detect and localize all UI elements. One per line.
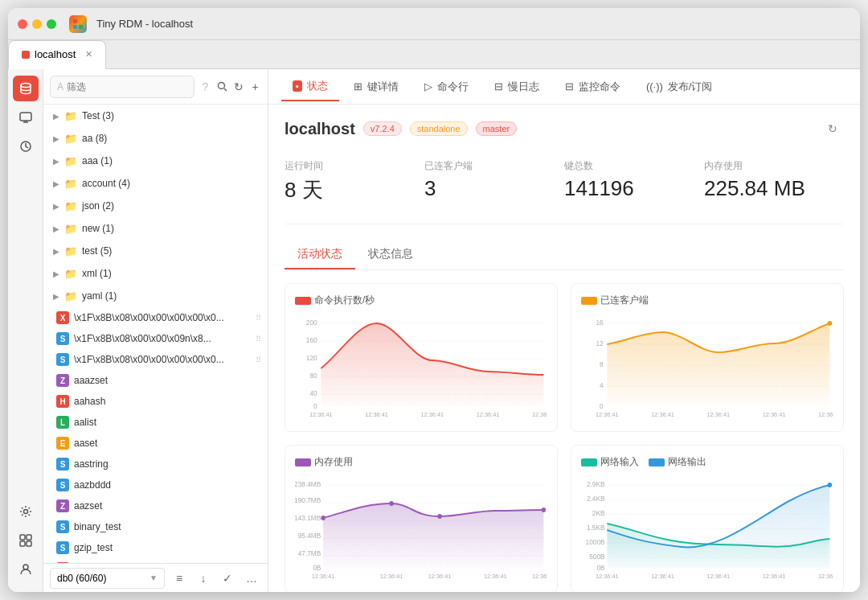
folder-item[interactable]: ▶ 📁 yaml (1) <box>43 285 268 307</box>
refresh-button[interactable]: ↻ <box>233 77 245 97</box>
svg-rect-11 <box>27 535 31 540</box>
app-window: Tiny RDM - localhost localhost ✕ <box>8 8 860 592</box>
command-tab-icon: ▷ <box>424 80 432 92</box>
key-item[interactable]: X \x1F\x8B\x08\x00\x00\x00\x00\x0... ⠿ <box>43 307 268 328</box>
legend-cmd-color <box>295 297 311 305</box>
db-selector-label: db0 (60/60) <box>57 573 106 584</box>
legend-netout-label: 网络输出 <box>668 455 706 469</box>
search-button[interactable] <box>216 77 228 97</box>
refresh-stats-button[interactable]: ↻ <box>821 117 844 140</box>
folder-icon: 📁 <box>64 268 77 280</box>
svg-text:1.5KB: 1.5KB <box>587 524 605 532</box>
svg-text:0: 0 <box>313 402 317 410</box>
tab-command[interactable]: ▷ 命令行 <box>413 72 480 101</box>
key-item[interactable]: Z aaazset <box>43 370 268 391</box>
minimize-button[interactable] <box>32 19 42 29</box>
key-item[interactable]: S \x1F\x8B\x08\x00\x00\x09n\x8... ⠿ <box>43 328 268 349</box>
folder-item[interactable]: ▶ 📁 xml (1) <box>43 262 268 285</box>
folder-item[interactable]: ▶ 📁 Test (3) <box>43 105 268 127</box>
filter-input[interactable] <box>67 81 187 92</box>
key-item[interactable]: S aazbddd <box>43 475 268 495</box>
svg-text:12:36:41: 12:36:41 <box>763 411 786 418</box>
maximize-button[interactable] <box>47 19 56 29</box>
svg-text:0B: 0B <box>596 564 604 572</box>
tab-monitor[interactable]: ⊟ 监控命令 <box>554 72 632 101</box>
folder-name: test (5) <box>82 245 261 257</box>
sidebar-icon-history[interactable] <box>13 134 39 159</box>
activity-tab-info[interactable]: 状态信息 <box>355 240 426 269</box>
key-name: \x1F\x8B\x08\x00\x00\x09n\x8... <box>74 333 251 344</box>
tab-keyinfo[interactable]: ⊞ 键详情 <box>342 72 410 101</box>
svg-text:12:36:41: 12:36:41 <box>651 573 674 580</box>
key-item[interactable]: E aaset <box>43 433 268 454</box>
sidebar-icon-database[interactable] <box>13 76 39 101</box>
svg-text:12:36:41: 12:36:41 <box>477 411 500 418</box>
key-item[interactable]: S binary_test <box>43 516 268 537</box>
chevron-down-icon: ▼ <box>149 573 158 582</box>
key-item[interactable]: H aahash <box>43 391 268 412</box>
svg-text:238.4MB: 238.4MB <box>295 480 321 488</box>
master-badge: master <box>476 121 518 136</box>
key-type-badge: S <box>56 458 69 471</box>
stat-memory-label: 内存使用 <box>704 159 831 173</box>
folder-item[interactable]: ▶ 📁 aaa (1) <box>43 150 268 172</box>
tabbar: localhost ✕ <box>8 40 860 69</box>
chart-mem-legend: 内存使用 <box>295 455 353 469</box>
key-item[interactable]: Z aazset <box>43 495 268 516</box>
tab-close-icon[interactable]: ✕ <box>85 49 92 60</box>
key-type-badge: S <box>56 541 69 554</box>
folder-icon: 📁 <box>64 133 77 145</box>
check-button[interactable]: ✓ <box>218 569 237 588</box>
svg-text:12:36:41: 12:36:41 <box>380 573 403 580</box>
svg-point-42 <box>828 321 833 326</box>
svg-text:1000B: 1000B <box>586 538 605 546</box>
key-name: aahash <box>74 396 261 407</box>
stats-grid: 运行时间 8 天 已连客户端 3 键总数 141196 内存使用 225.84 … <box>285 153 844 224</box>
folder-item[interactable]: ▶ 📁 json (2) <box>43 195 268 217</box>
export-button[interactable]: ↓ <box>194 569 213 588</box>
tab-pubsub[interactable]: ((·)) 发布/订阅 <box>635 72 724 101</box>
folder-item[interactable]: ▶ 📁 test (5) <box>43 240 268 262</box>
folder-item[interactable]: ▶ 📁 new (1) <box>43 217 268 240</box>
key-item[interactable]: S \x1F\x8B\x08\x00\x00\x00\x00\x0... ⠿ <box>43 349 268 370</box>
sidebar-icon-settings[interactable] <box>13 499 39 524</box>
svg-text:12:36:41: 12:36:41 <box>420 411 444 418</box>
svg-rect-1 <box>79 19 83 23</box>
list-view-button[interactable]: ≡ <box>170 569 189 588</box>
filter-input-icon: A <box>57 81 63 92</box>
key-name: gzip_test <box>74 542 261 553</box>
key-name: aastring <box>74 458 261 470</box>
key-type-badge: Z <box>56 374 69 387</box>
svg-rect-0 <box>73 19 77 23</box>
standalone-badge: standalone <box>410 121 468 136</box>
key-item[interactable]: L aalist <box>43 412 268 433</box>
folder-item[interactable]: ▶ 📁 aa (8) <box>43 127 268 150</box>
tab-localhost[interactable]: localhost ✕ <box>8 40 106 69</box>
filter-input-wrapper[interactable]: A <box>50 76 194 98</box>
key-type-badge: S <box>56 353 69 366</box>
folder-item-account[interactable]: ▶ 📁 account (4) <box>43 172 268 195</box>
sidebar-icon-user[interactable] <box>13 557 39 582</box>
main-layout: A ? ↻ + ▶ 📁 Test (3) <box>8 69 860 592</box>
sidebar-icon-monitor[interactable] <box>13 105 39 130</box>
key-item[interactable]: S gzip_test <box>43 537 268 558</box>
sidebar-icon-grid[interactable] <box>13 528 39 553</box>
more-button[interactable]: … <box>242 569 261 588</box>
key-grid-icon: ⠿ <box>256 335 261 343</box>
svg-text:16: 16 <box>596 318 603 327</box>
close-button[interactable] <box>18 19 27 29</box>
svg-text:12:36:41: 12:36:41 <box>532 411 547 418</box>
tab-status[interactable]: ▪ 状态 <box>281 72 339 101</box>
filter-help-button[interactable]: ? <box>199 77 211 97</box>
add-key-button[interactable]: + <box>249 77 261 97</box>
key-item[interactable]: S aastring <box>43 454 268 475</box>
chevron-icon: ▶ <box>53 134 59 143</box>
svg-point-62 <box>542 508 547 512</box>
activity-tab-active[interactable]: 活动状态 <box>285 240 355 269</box>
key-name: aaset <box>74 438 261 449</box>
svg-text:12:36:41: 12:36:41 <box>596 411 619 418</box>
tab-slowlog[interactable]: ⊟ 慢日志 <box>483 72 551 101</box>
chevron-icon: ▶ <box>53 292 59 301</box>
chart-cmd-legend: 命令执行数/秒 <box>295 294 375 307</box>
db-selector[interactable]: db0 (60/60) ▼ <box>50 568 165 589</box>
